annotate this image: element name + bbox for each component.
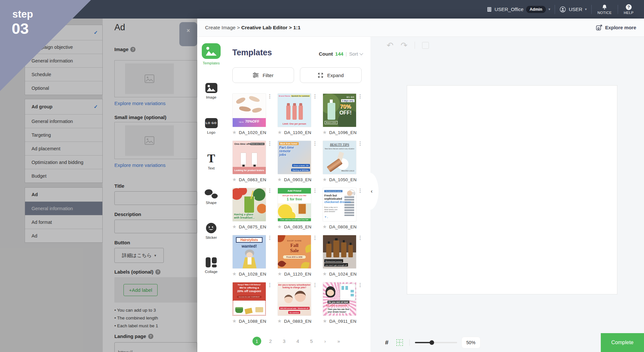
kebab-menu-icon[interactable]: ⋮ [267,283,272,287]
star-icon[interactable]: ★ [232,271,236,277]
star-icon[interactable]: ★ [277,177,281,183]
kebab-menu-icon[interactable]: ⋮ [313,141,317,146]
star-icon[interactable]: ★ [322,129,327,135]
star-icon[interactable]: ★ [322,271,327,277]
template-thumbnail-da-1100[interactable]: Brand Name lipstick for summer Limit: On… [277,93,311,127]
template-name: DA_1120_EN [284,272,311,277]
office-name: USER_Office [495,7,523,12]
sort-dropdown[interactable]: Sort [349,51,363,57]
template-card: Moisturized texture you won't get enough… [323,235,356,282]
page-3[interactable]: 3 [280,338,289,344]
template-thumbnail-da-1120[interactable]: SHOP NAME Fall Sale From 9/15 to 9/30 [277,235,311,269]
star-icon[interactable]: ★ [277,129,282,135]
star-icon[interactable]: ★ [232,224,236,230]
modal-body: Templates Image LO GO Logo T Text Shape [197,37,644,352]
rail-item-image[interactable]: Image [197,83,225,99]
star-icon[interactable]: ★ [322,224,327,230]
template-name: DA_0875_EN [239,224,266,229]
template-card: Work from home! Part-time remote jobs On… [277,141,311,188]
star-icon[interactable]: ★ [232,177,236,183]
rail-item-collage[interactable]: Collage [197,257,225,274]
frame-grid-icon[interactable]: # [385,339,389,346]
kebab-menu-icon[interactable]: ⋮ [358,236,363,240]
kebab-menu-icon[interactable]: ⋮ [358,283,363,287]
artboard-canvas[interactable] [407,85,617,294]
template-card: Hungry? Make it OO Delivery! We're offer… [232,282,266,329]
template-thumbnail-da-1020[interactable]: Up to 70%OFF From $10 [232,93,266,127]
last-page-icon[interactable]: » [334,338,343,344]
notice-button[interactable]: NOTICE [592,4,618,15]
zoom-value[interactable]: 50% [462,337,480,348]
filter-button[interactable]: Filter [232,67,294,83]
template-thumbnail-da-1096[interactable]: 8/1~8/3 3 days only 70% OFF! Brand LOGO [323,93,356,127]
page-2[interactable]: 2 [266,338,275,344]
office-switcher[interactable]: USER_Office Admin ▾ [482,6,555,13]
kebab-menu-icon[interactable]: ⋮ [313,283,317,287]
star-icon[interactable]: ★ [277,318,281,324]
template-grid: Up to 70%OFF From $10 ⋮ ★ DA_1020_EN Bra… [232,93,356,329]
kebab-menu-icon[interactable]: ⋮ [267,188,272,193]
caret-down-icon: ▾ [585,7,587,11]
kebab-menu-icon[interactable]: ⋮ [313,236,317,240]
tool-rail: Templates Image LO GO Logo T Text Shape [197,37,225,352]
template-thumbnail-da-0808[interactable]: The look to try this spring! No need for… [323,188,356,222]
rail-item-logo[interactable]: LO GO Logo [197,118,225,134]
next-page-icon[interactable]: › [321,338,329,344]
templates-panel: Templates Count 144 | Sort Filter Ex [225,37,370,352]
kebab-menu-icon[interactable]: ⋮ [358,188,363,193]
chevron-left-icon: ‹ [371,188,373,195]
kebab-menu-icon[interactable]: ⋮ [313,188,317,193]
template-thumbnail-da-0911[interactable]: Do you earn at least $2,000 a month ? Th… [323,282,356,316]
page-4[interactable]: 4 [293,338,302,344]
star-icon[interactable]: ★ [232,129,236,135]
star-icon[interactable]: ★ [232,318,236,324]
template-card: SHOP NAME Fall Sale From 9/15 to 9/30 ⋮ … [277,235,311,282]
screen: ✓ Campaign objective General information… [0,0,644,352]
kebab-menu-icon[interactable]: ⋮ [358,94,363,99]
star-icon[interactable]: ★ [277,271,282,277]
redo-icon[interactable]: ↷ [401,41,407,49]
undo-icon[interactable]: ↶ [387,41,393,49]
page-1-active[interactable]: 1 [252,337,261,345]
select-rectangle-icon[interactable] [422,42,429,49]
guide-grid-icon[interactable] [396,339,403,346]
template-thumbnail-da-0835[interactable]: Add Friend and get any drink you like 1 … [277,188,311,222]
zoom-slider[interactable] [415,342,457,343]
admin-badge: Admin [526,6,546,13]
template-thumbnail-da-1088[interactable]: Hungry? Make it OO Delivery! We're offer… [232,282,266,316]
kebab-menu-icon[interactable]: ⋮ [313,94,317,99]
kebab-menu-icon[interactable]: ⋮ [358,141,363,146]
kebab-menu-icon[interactable]: ⋮ [267,94,272,99]
template-name: DA_0903_EN [284,177,312,182]
help-button[interactable]: ? HELP [618,4,639,15]
rail-item-shape[interactable]: Shape [197,188,225,205]
star-icon[interactable]: ★ [277,224,281,230]
zoom-slider-thumb[interactable] [430,340,434,345]
user-menu[interactable]: USER ▾ [555,6,591,13]
template-thumbnail-da-0875[interactable]: Having a glass with breakfast... [232,188,266,222]
page-5[interactable]: 5 [307,338,316,344]
star-icon[interactable]: ★ [323,318,327,324]
expand-button[interactable]: Expand [300,67,362,83]
template-thumbnail-da-1024[interactable]: Moisturized texture you won't get enough… [323,235,356,269]
template-card: Brand Name lipstick for summer Limit: On… [277,93,311,141]
template-name: DA_1028_EN [239,272,266,277]
rail-item-templates[interactable]: Templates [197,43,225,65]
collage-icon [206,257,217,267]
template-card: 8/1~8/3 3 days only 70% OFF! Brand LOGO … [323,93,356,141]
template-thumbnail-da-1050[interactable]: BEAUTY TIPS New items that are useful in… [323,141,356,174]
template-name: DA_0835_EN [284,224,312,229]
divider [409,339,410,346]
kebab-menu-icon[interactable]: ⋮ [267,236,272,240]
complete-button[interactable]: Complete [601,333,644,352]
kebab-menu-icon[interactable]: ⋮ [267,141,272,146]
star-icon[interactable]: ★ [322,177,327,183]
template-thumbnail-da-1028[interactable]: Hairstylists wanted! [232,235,266,269]
rail-item-sticker[interactable]: Sticker [197,223,225,239]
template-thumbnail-da-0903[interactable]: Work from home! Part-time remote jobs On… [277,141,311,174]
explore-more-button[interactable]: Explore more [596,24,636,31]
template-thumbnail-da-0883[interactable]: Are you a nursery schoolteacher looking … [277,282,311,316]
template-name: DA_1088_EN [239,319,266,324]
template-thumbnail-da-0863[interactable]: One-time offer Brand name Cream Looking … [232,141,266,174]
rail-item-text[interactable]: T Text [197,153,225,170]
